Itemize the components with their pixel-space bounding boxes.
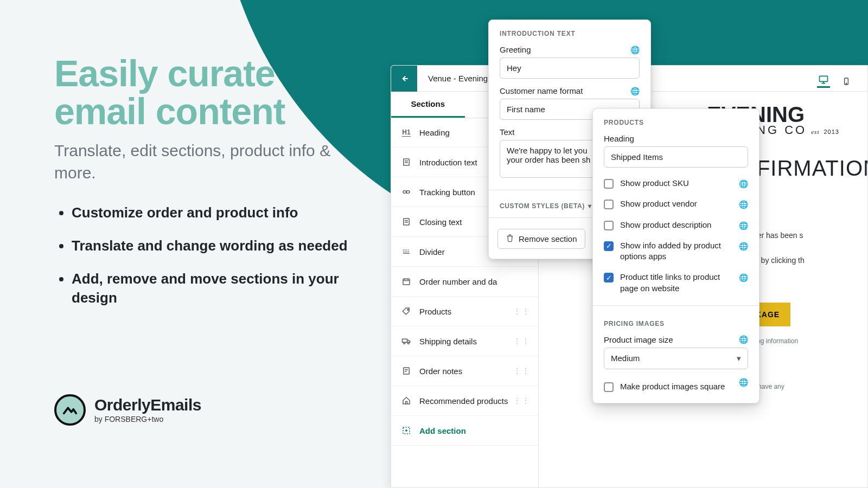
section-item[interactable]: Order number and da [391,267,538,297]
chevron-down-icon: ▾ [737,354,741,363]
brand-byline: by FORSBERG+two [94,415,201,423]
remove-section-button[interactable]: Remove section [497,229,585,249]
checkbox-icon: ✓ [604,273,614,282]
checkbox-icon [604,179,614,189]
remove-section-label: Remove section [519,234,577,243]
hero-bullet: Add, remove and move sections in your de… [72,269,358,307]
globe-icon[interactable]: 🌐 [630,46,640,54]
globe-icon[interactable]: 🌐 [739,378,748,387]
globe-icon[interactable]: 🌐 [739,242,748,251]
globe-icon[interactable]: 🌐 [739,179,748,188]
section-label: Divider [419,247,445,256]
hero-bullet: Customize order and product info [72,203,358,222]
image-size-label: Product image size [604,335,673,344]
section-label: Products [419,307,451,316]
products-heading-label: Heading [604,134,634,143]
add-section-button[interactable]: Add section [391,416,538,446]
section-icon [401,396,412,406]
plus-box-icon [401,426,412,435]
checkbox-row[interactable]: Make product images square 🌐 [593,371,759,403]
image-size-select[interactable]: Medium ▾ [604,348,748,369]
svg-rect-11 [820,76,828,81]
section-icon [401,247,412,256]
mobile-icon [842,76,851,87]
section-icon [401,277,412,286]
hero-title: Easily curate email content [54,54,358,130]
svg-point-13 [846,83,846,84]
section-label: Order number and da [419,277,497,286]
panel-products: PRODUCTS Heading Show product SKU🌐Show p… [592,108,760,403]
section-label: Closing text [419,217,462,227]
greeting-label: Greeting [500,45,531,54]
checkbox-row[interactable]: Show product SKU🌐 [593,173,759,194]
mobile-view-button[interactable] [840,75,853,88]
checkbox-label: Show product description [620,220,727,230]
checkbox-label: Make product images square [620,381,741,392]
section-item[interactable]: Shipping details⋮⋮ [391,326,538,356]
section-icon: H1 [401,129,412,137]
checkbox-row[interactable]: Show product description🌐 [593,215,759,235]
svg-rect-6 [403,339,407,342]
checkbox-icon [604,221,614,230]
back-button[interactable] [391,66,417,92]
checkbox-icon [604,382,614,392]
hero: Easily curate email content Translate, e… [54,54,358,322]
section-icon [401,187,412,197]
brand-name: OrderlyEmails [94,397,201,413]
section-item[interactable]: Products⋮⋮ [391,297,538,326]
checkbox-row[interactable]: ✓Show info added by product options apps… [593,235,759,267]
greeting-input[interactable] [500,57,640,79]
checkbox-row[interactable]: ✓Product title links to product page on … [593,267,759,299]
section-label: Recommended products [419,396,508,406]
globe-icon[interactable]: 🌐 [739,335,748,344]
section-label: Introduction text [419,158,477,167]
panel-title: PRODUCTS [593,109,759,131]
image-size-value: Medium [611,354,640,363]
globe-icon[interactable]: 🌐 [739,221,748,230]
checkbox-icon [604,200,614,209]
brand-lockup: OrderlyEmails by FORSBERG+two [54,394,201,426]
checkbox-label: Product title links to product page on w… [620,272,748,294]
checkbox-row[interactable]: Show product vendor🌐 [593,194,759,214]
section-icon [401,366,412,376]
section-label: Heading [419,128,450,137]
section-icon [401,217,412,227]
section-icon [401,157,412,167]
products-heading-input[interactable] [604,146,748,168]
globe-icon[interactable]: 🌐 [739,273,748,282]
drag-handle-icon[interactable]: ⋮⋮ [513,396,531,405]
panel-title: INTRODUCTION TEXT [489,20,650,42]
back-arrow-icon [399,74,409,84]
section-item[interactable]: Order notes⋮⋮ [391,356,538,386]
chevron-down-icon: ▾ [588,202,592,210]
brand-logo-icon [54,394,86,426]
drag-handle-icon[interactable]: ⋮⋮ [513,367,531,375]
drag-handle-icon[interactable]: ⋮⋮ [513,307,531,316]
globe-icon[interactable]: 🌐 [739,200,748,209]
checkbox-label: Show product SKU [620,178,705,189]
hero-bullet: Translate and change wording as needed [72,236,358,255]
desktop-icon [818,74,829,85]
preview-brand-year: 2013 [824,129,839,135]
hero-title-line2: email content [54,91,285,132]
globe-icon[interactable]: 🌐 [630,87,640,95]
hero-subtitle: Translate, edit sections, product info &… [54,140,336,184]
section-icon [401,306,412,316]
svg-rect-4 [403,279,410,285]
svg-point-7 [404,342,405,344]
svg-rect-2 [406,191,410,194]
svg-rect-1 [403,191,406,194]
drag-handle-icon[interactable]: ⋮⋮ [513,337,531,345]
hero-bullets: Customize order and product info Transla… [54,203,358,307]
section-item[interactable]: Recommended products⋮⋮ [391,386,538,416]
pricing-images-title: PRICING IMAGES [593,310,759,332]
add-section-label: Add section [419,426,466,435]
section-label: Order notes [419,367,462,376]
desktop-view-button[interactable] [817,75,830,88]
tab-sections[interactable]: Sections [391,92,465,118]
section-label: Shipping details [419,337,477,346]
hero-title-line1: Easily curate [54,53,275,94]
device-toggle [817,75,853,88]
section-label: Tracking button [419,188,475,197]
text-label: Text [500,127,515,137]
